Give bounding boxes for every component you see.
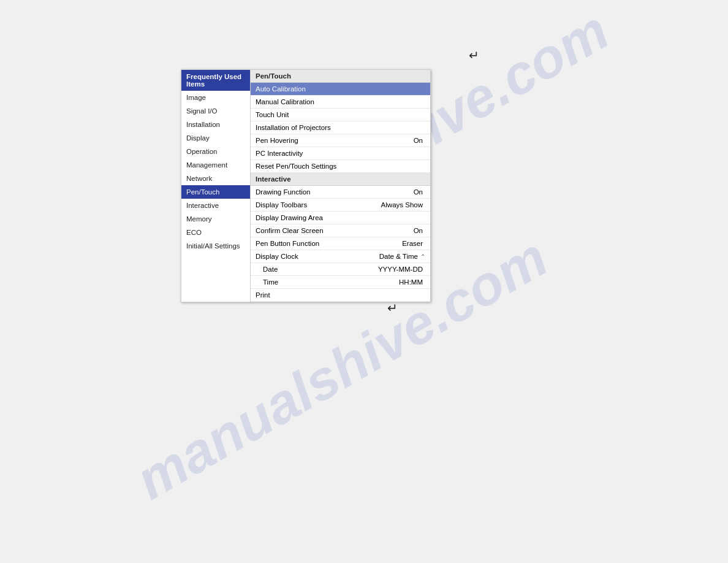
- row-time[interactable]: Time HH:MM: [251, 276, 430, 289]
- sidebar: Frequently Used Items Image Signal I/O I…: [181, 69, 250, 302]
- expand-icon-display-clock: ⌃: [420, 253, 425, 260]
- row-reset-pen-touch-settings[interactable]: Reset Pen/Touch Settings: [251, 160, 430, 173]
- sidebar-item-pen-touch[interactable]: Pen/Touch: [181, 185, 250, 199]
- sidebar-item-operation[interactable]: Operation: [181, 145, 250, 158]
- sidebar-item-interactive[interactable]: Interactive: [181, 199, 250, 212]
- sidebar-item-management[interactable]: Management: [181, 158, 250, 172]
- sidebar-item-image[interactable]: Image: [181, 91, 250, 104]
- arrow-icon-1: ↵: [469, 48, 479, 63]
- row-pen-hovering[interactable]: Pen Hovering On: [251, 134, 430, 147]
- row-confirm-clear-screen[interactable]: Confirm Clear Screen On: [251, 224, 430, 237]
- sidebar-item-network[interactable]: Network: [181, 172, 250, 185]
- row-touch-unit[interactable]: Touch Unit: [251, 109, 430, 121]
- row-date[interactable]: Date YYYY-MM-DD: [251, 263, 430, 276]
- row-drawing-function[interactable]: Drawing Function On: [251, 186, 430, 199]
- row-display-toolbars[interactable]: Display Toolbars Always Show: [251, 199, 430, 212]
- row-print[interactable]: Print: [251, 289, 430, 302]
- sidebar-item-display[interactable]: Display: [181, 131, 250, 145]
- main-content: Pen/Touch Auto Calibration Manual Calibr…: [250, 69, 431, 302]
- row-manual-calibration[interactable]: Manual Calibration: [251, 96, 430, 109]
- settings-panel: Frequently Used Items Image Signal I/O I…: [181, 69, 431, 302]
- row-display-clock[interactable]: Display Clock Date & Time ⌃: [251, 250, 430, 263]
- pen-touch-section-header: Pen/Touch: [251, 70, 430, 83]
- sidebar-item-installation[interactable]: Installation: [181, 118, 250, 131]
- row-pc-interactivity[interactable]: PC Interactivity: [251, 147, 430, 160]
- sidebar-item-memory[interactable]: Memory: [181, 212, 250, 226]
- arrow-icon-2: ↵: [387, 301, 398, 315]
- row-installation-of-projectors[interactable]: Installation of Projectors: [251, 121, 430, 134]
- row-auto-calibration[interactable]: Auto Calibration: [251, 83, 430, 96]
- row-display-drawing-area[interactable]: Display Drawing Area: [251, 212, 430, 224]
- interactive-section-header: Interactive: [251, 173, 430, 186]
- sidebar-item-initial-all-settings[interactable]: Initial/All Settings: [181, 239, 250, 253]
- sidebar-item-eco[interactable]: ECO: [181, 226, 250, 239]
- row-pen-button-function[interactable]: Pen Button Function Eraser: [251, 237, 430, 250]
- sidebar-item-frequently-used-items[interactable]: Frequently Used Items: [181, 70, 250, 91]
- sidebar-item-signal-io[interactable]: Signal I/O: [181, 104, 250, 118]
